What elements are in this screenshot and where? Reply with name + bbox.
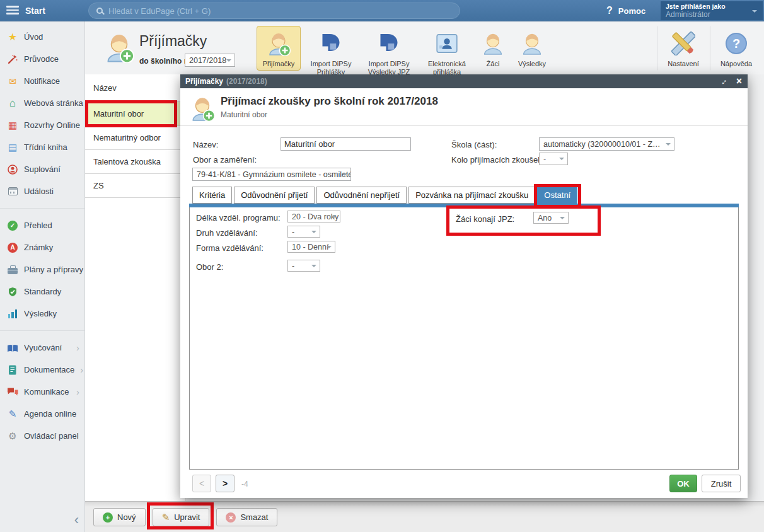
sidebar-item-vyucovani[interactable]: Vyučování ›	[0, 337, 84, 359]
person-circle-icon	[7, 165, 18, 175]
dialog-prijimacky: Přijímačky(2017/2018) × Přijímací zkoušk…	[180, 74, 748, 498]
toolbar-item-import-dipsy-prihlasky[interactable]: Import DiPSyPrihlášky	[304, 26, 357, 78]
logged-in-user: Administrátor	[666, 10, 758, 19]
records-list: Název Maturitní obor Nematuritný odbor T…	[85, 74, 186, 501]
sidebar-separator	[0, 330, 84, 331]
toolbar-item-napoveda[interactable]: ? Nápověda	[710, 26, 763, 71]
sidebar-item-ovladaci-panel[interactable]: ⚙ Ovládací panel	[0, 425, 84, 447]
help-circle-icon: ?	[712, 29, 761, 58]
notebook-icon: ▤	[7, 142, 18, 153]
toolbar-item-zaci[interactable]: Žáci	[477, 26, 509, 71]
toolbar-right: Nastavení ? Nápověda	[657, 26, 763, 71]
sidebar-item-rozvrhy-online[interactable]: ▦ Rozvrhy Online	[0, 114, 84, 136]
skola-select[interactable]: automaticky (320000010/01 - Z…	[539, 137, 674, 151]
sidebar-item-notifikace[interactable]: ✉ Notifikace	[0, 70, 84, 92]
sidebar-item-plany-a-pripravy[interactable]: Plány a přípravy	[0, 258, 84, 280]
obor-label: Obor a zaměření:	[193, 155, 257, 165]
sidebar-item-webova-stranka[interactable]: ⌂ Webová stránka	[0, 92, 84, 114]
chevron-right-icon: ›	[80, 364, 83, 375]
tab-oduvodneni-neprijeti[interactable]: Odůvodnění nepřijetí	[316, 187, 407, 204]
sidebar-item-uvod[interactable]: ★ Úvod	[0, 26, 84, 48]
sidebar-item-prehled[interactable]: ✓ Přehled	[0, 214, 84, 236]
sidebar-separator	[0, 208, 84, 209]
expand-icon[interactable]	[718, 74, 728, 88]
book-icon	[7, 344, 18, 352]
obor-select[interactable]: 79-41-K/81 - Gymnázium osmilete - osmile…	[192, 168, 351, 181]
kolo-label: Kolo přijímacích zkoušek:	[451, 155, 544, 165]
cancel-button[interactable]: Zrušit	[702, 475, 741, 492]
list-item-nematuritny-odbor[interactable]: Nematuritný odbor	[85, 126, 185, 150]
kolo-select[interactable]: -	[539, 153, 568, 165]
tab-ostatni[interactable]: Ostatní	[537, 187, 577, 204]
forma-select[interactable]: 10 - Denní	[287, 241, 335, 253]
pager-next-button[interactable]: >	[216, 475, 234, 492]
sidebar-item-label: Suplování	[24, 165, 61, 174]
forma-label: Forma vzdělávání:	[196, 243, 263, 253]
help-menu[interactable]: ? Pomoc	[606, 0, 645, 21]
sidebar-item-komunikace[interactable]: Komunikace ›	[0, 381, 84, 403]
settings-icon	[659, 29, 708, 58]
sidebar-item-vysledky[interactable]: Výsledky	[0, 303, 84, 325]
school-year-select[interactable]: 2017/2018	[185, 54, 235, 67]
dialog-form: Název: Škola (část): automaticky (320000…	[180, 126, 748, 187]
user-menu[interactable]: Jste přihlášen jako Administrátor	[661, 1, 763, 20]
tab-oduvodneni-prijeti[interactable]: Odůvodnění přijetí	[234, 187, 315, 204]
menu-icon[interactable]	[6, 6, 19, 16]
dialog-footer: < > -4 OK Zrušit	[180, 470, 748, 498]
dialog-heading-section: Přijímací zkoušky pro školní rok 2017/20…	[180, 88, 748, 126]
delka-select[interactable]: 20 - Dva roky	[287, 211, 340, 223]
sidebar-item-label: Plány a přípravy	[24, 265, 83, 274]
toolbar-item-import-dipsy-vysledky[interactable]: Import DiPSyVýsledky JPZ	[361, 26, 417, 78]
druh-select[interactable]: -	[287, 226, 320, 238]
document-icon	[7, 365, 18, 375]
sidebar-item-label: Agenda online	[24, 409, 76, 419]
tab-panel-ostatni: Délka vzděl. programu: 20 - Dva roky Dru…	[189, 207, 739, 470]
person-icon	[479, 29, 507, 58]
dialog-heading: Přijímací zkoušky pro školní rok 2017/20…	[221, 95, 438, 108]
toolbar-item-nastaveni[interactable]: Nastavení	[657, 26, 710, 71]
pager-prev-button[interactable]: <	[192, 475, 211, 492]
sidebar-item-udalosti[interactable]: Události	[0, 180, 84, 202]
sidebar-item-standardy[interactable]: Standardy	[0, 280, 84, 303]
sidebar-item-label: Notifikace	[24, 76, 60, 86]
sidebar-collapse-button[interactable]: ‹	[74, 513, 79, 527]
search-input[interactable]	[108, 6, 452, 16]
list-item-maturitni-obor[interactable]: Maturitní obor	[85, 102, 185, 126]
sidebar-item-label: Třídní kniha	[24, 142, 67, 152]
new-button[interactable]: + Nový	[93, 508, 146, 526]
jpz-select[interactable]: Ano	[533, 212, 569, 224]
tab-pozvanka[interactable]: Pozvánka na přijímací zkoušku	[408, 187, 535, 204]
chat-icon	[7, 387, 18, 396]
toolbar-item-prijimacky[interactable]: Přijímačky	[257, 26, 301, 71]
jpz-label: Žáci konají JPZ:	[456, 214, 514, 224]
dialog-title-year: (2017/2018)	[226, 77, 267, 86]
nazev-input[interactable]	[281, 137, 411, 151]
delete-icon: ×	[226, 512, 236, 523]
page-header: Příjímačky do školního roku: 2017/2018 P…	[85, 21, 764, 74]
obor2-select[interactable]: -	[287, 260, 320, 272]
start-button[interactable]: Start	[25, 0, 45, 21]
sidebar-item-znamky[interactable]: A Známky	[0, 236, 84, 258]
toolbar-item-vysledky[interactable]: Výsledky	[512, 26, 552, 71]
envelope-icon: ✉	[7, 76, 18, 86]
sidebar-item-label: Přehled	[24, 221, 52, 230]
toolbar-item-elektronicka-prihlaska[interactable]: Elektronickápřihláška	[420, 26, 473, 78]
dipsy-icon	[306, 29, 356, 58]
list-item-talentova-zkouska[interactable]: Talentová zkouška	[85, 150, 185, 174]
tab-kriteria[interactable]: Kritéria	[192, 187, 232, 204]
sidebar-item-suplovani[interactable]: Suplování	[0, 158, 84, 180]
ok-button[interactable]: OK	[669, 475, 697, 492]
sidebar-item-agenda-online[interactable]: ✎ Agenda online	[0, 403, 84, 425]
druh-label: Druh vzdělávání:	[196, 228, 258, 238]
sidebar-item-pruvodce[interactable]: Průvodce	[0, 48, 84, 70]
list-item-zs[interactable]: ZS	[85, 174, 185, 198]
person-icon	[514, 29, 550, 58]
sidebar-item-dokumentace[interactable]: Dokumentace ›	[0, 359, 84, 381]
list-column-header: Název	[85, 74, 185, 102]
sidebar-item-tridni-kniha[interactable]: ▤ Třídní kniha	[0, 136, 84, 158]
edit-button[interactable]: ✎ Upravit	[153, 508, 210, 526]
search-box[interactable]	[88, 3, 460, 19]
delete-button[interactable]: × Smazat	[216, 508, 277, 526]
plus-icon: +	[103, 512, 113, 523]
close-icon[interactable]: ×	[736, 74, 742, 88]
